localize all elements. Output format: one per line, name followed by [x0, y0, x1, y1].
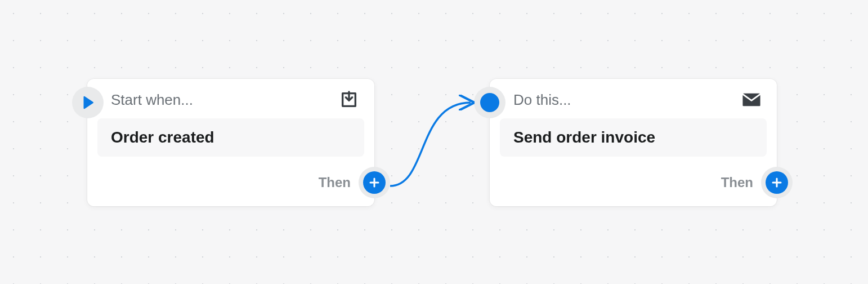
action-add-step[interactable] [761, 167, 793, 198]
start-badge [72, 87, 104, 118]
action-card-header: Do this... [490, 79, 777, 115]
trigger-footer-label: Then [319, 175, 351, 190]
envelope-icon [742, 90, 761, 109]
play-arrow-icon [79, 94, 96, 111]
plus-icon [771, 177, 782, 188]
inbox-download-icon [339, 90, 359, 109]
action-footer: Then [721, 167, 777, 198]
action-footer-label: Then [721, 175, 753, 190]
trigger-footer: Then [319, 167, 374, 198]
add-step-button[interactable] [766, 171, 788, 194]
workflow-canvas[interactable]: Start when... Order created Then [0, 0, 868, 284]
trigger-add-step[interactable] [359, 167, 390, 198]
trigger-body-text: Order created [111, 128, 214, 146]
add-step-button[interactable] [363, 171, 386, 194]
trigger-card[interactable]: Start when... Order created Then [87, 79, 374, 206]
action-body[interactable]: Send order invoice [500, 118, 767, 157]
trigger-card-header: Start when... [87, 79, 374, 115]
dot-icon [480, 93, 499, 112]
action-badge [474, 87, 505, 118]
trigger-header-label: Start when... [111, 91, 193, 109]
action-body-text: Send order invoice [513, 128, 655, 146]
plus-icon [369, 177, 380, 188]
action-card[interactable]: Do this... Send order invoice Then [490, 79, 777, 206]
trigger-body[interactable]: Order created [97, 118, 364, 157]
action-header-label: Do this... [513, 91, 571, 109]
